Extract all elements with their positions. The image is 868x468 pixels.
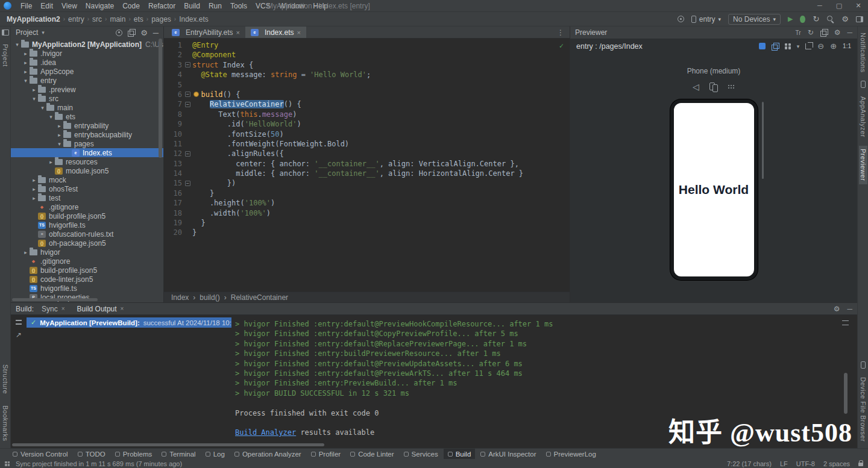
export-icon[interactable]: ↗	[16, 331, 22, 339]
code-line[interactable]: 6− build() {	[164, 90, 570, 99]
zoom-out-icon[interactable]: ⊖	[817, 42, 824, 51]
fold-icon[interactable]: −	[185, 181, 190, 186]
module-selector[interactable]: entry ▾	[691, 15, 721, 23]
code-line[interactable]: 18 .width('100%')	[164, 208, 570, 218]
toolwindow-previewer[interactable]: Previewer	[859, 146, 867, 184]
fold-icon[interactable]: −	[185, 92, 190, 97]
device-frame-icon[interactable]	[759, 43, 766, 49]
breadcrumb-item[interactable]: main	[108, 15, 127, 23]
tab-options-icon[interactable]: ⋮	[552, 27, 570, 38]
tree-item[interactable]: ▸ohosTest	[11, 184, 163, 193]
code-line[interactable]: 13 center: { anchor: '__container__', al…	[164, 159, 570, 169]
more-options-icon[interactable]	[728, 85, 735, 89]
tree-item[interactable]: ▸test	[11, 193, 163, 202]
project-panel-title[interactable]: Project	[16, 28, 38, 37]
tree-item[interactable]: ▸resources	[11, 157, 163, 166]
settings-gear-icon[interactable]: ⚙	[140, 29, 148, 37]
editor-breadcrumb-item[interactable]: RelativeContainer	[231, 293, 288, 302]
toolwindow-button-problems[interactable]: Problems	[111, 449, 157, 459]
tree-item[interactable]: ▾entry	[11, 76, 163, 85]
tree-chevron-icon[interactable]: ▸	[30, 186, 38, 192]
minimize-button[interactable]: ─	[810, 0, 829, 11]
target-icon[interactable]	[678, 16, 684, 22]
build-tree-item[interactable]: ✓ MyApplication [PreviewBuild]: successf…	[27, 317, 231, 328]
tree-chevron-icon[interactable]: ▸	[22, 60, 30, 66]
toolwindow-device-file-browser[interactable]: Device File Browser	[859, 374, 867, 445]
close-icon[interactable]: ×	[297, 29, 301, 36]
close-icon[interactable]: ×	[121, 305, 124, 312]
toolwindow-button-build[interactable]: Build	[444, 449, 476, 459]
refresh-icon[interactable]: ↻	[808, 28, 814, 37]
tree-item[interactable]: ▸entrybackupability	[11, 130, 163, 139]
build-analyzer-link[interactable]: Build Analyzer	[235, 428, 296, 437]
code-line[interactable]: 11 .fontWeight(FontWeight.Bold)	[164, 139, 570, 149]
close-button[interactable]: ✕	[849, 0, 868, 11]
menu-run[interactable]: Run	[204, 1, 226, 11]
toolwindow-button-terminal[interactable]: Terminal	[157, 449, 200, 459]
toolwindow-button-profiler[interactable]: Profiler	[307, 449, 345, 459]
menu-refactor[interactable]: Refactor	[144, 1, 180, 11]
code-line[interactable]: 19 }	[164, 218, 570, 228]
code-line[interactable]: 14 middle: { anchor: '__container__', al…	[164, 169, 570, 178]
search-icon[interactable]	[826, 15, 834, 23]
rotate-icon[interactable]: ◁	[693, 82, 699, 92]
readonly-lock-icon[interactable]	[858, 463, 863, 466]
zoom-ratio-label[interactable]: 1:1	[843, 43, 851, 49]
code-editor[interactable]: ✓ 1@Entry2@Component3−struct Index {4 @S…	[164, 39, 570, 292]
tree-item[interactable]: ▸.idea	[11, 58, 163, 67]
toolwindow-button-arkui-inspector[interactable]: ArkUI Inspector	[476, 449, 540, 459]
console-scrollbar-vertical[interactable]	[844, 373, 848, 414]
toolwindow-appanalyzer[interactable]: AppAnalyzer	[859, 93, 867, 140]
device-file-browser-icon[interactable]	[861, 361, 866, 369]
tree-chevron-icon[interactable]: ▾	[39, 105, 46, 111]
code-line[interactable]: 10 .fontSize(50)	[164, 129, 570, 139]
tree-chevron-icon[interactable]: ▾	[47, 114, 55, 120]
chevron-down-icon[interactable]: ▾	[42, 30, 45, 36]
tree-item[interactable]: {}module.json5	[11, 166, 163, 175]
toolwindow-switcher-icon[interactable]	[5, 461, 10, 466]
menu-view[interactable]: View	[57, 1, 81, 11]
code-line[interactable]: 12− .alignRules({	[164, 149, 570, 158]
code-line[interactable]: 2@Component	[164, 50, 570, 60]
tree-chevron-icon[interactable]: ▸	[30, 177, 38, 183]
tree-chevron-icon[interactable]: ▸	[47, 159, 55, 165]
tree-item[interactable]: {}build-profile.json5	[11, 266, 163, 275]
filter-icon[interactable]	[16, 320, 22, 325]
project-scrollbar-vertical[interactable]	[159, 39, 162, 158]
tree-item[interactable]: ◆.gitignore	[11, 202, 163, 211]
code-line[interactable]: 5	[164, 80, 570, 90]
toolwindow-button-version-control[interactable]: Version Control	[8, 449, 72, 459]
tree-chevron-icon[interactable]: ▾	[55, 141, 63, 147]
tree-item[interactable]: ▸AppScope	[11, 67, 163, 76]
tree-chevron-icon[interactable]: ▸	[30, 87, 38, 93]
code-line[interactable]: 17 .height('100%')	[164, 198, 570, 208]
code-line[interactable]: 20}	[164, 228, 570, 237]
toolwindow-button-log[interactable]: Log	[201, 449, 229, 459]
breadcrumb-item[interactable]: ets	[132, 15, 145, 23]
breadcrumb-item[interactable]: MyApplication2	[5, 15, 62, 23]
tree-item[interactable]: ≡obfuscation-rules.txt	[11, 229, 163, 239]
settings-gear-icon[interactable]: ⚙	[834, 305, 840, 313]
code-line[interactable]: 3−struct Index {	[164, 60, 570, 70]
app-analyzer-icon[interactable]	[861, 81, 866, 88]
tab-index[interactable]: e Index.ets ×	[245, 27, 306, 38]
tree-item[interactable]: ◆.gitignore	[11, 257, 163, 266]
toolwindow-button-services[interactable]: Services	[400, 449, 442, 459]
device-selector[interactable]: No Devices ▾	[728, 14, 781, 25]
encoding[interactable]: UTF-8	[796, 460, 815, 467]
console-scrollbar-horizontal[interactable]	[12, 443, 324, 446]
fold-icon[interactable]: −	[185, 102, 190, 107]
code-line[interactable]: 4 @State message: string = 'Hello World'…	[164, 70, 570, 80]
code-line[interactable]: 1@Entry	[164, 40, 570, 50]
soft-wrap-icon[interactable]	[842, 320, 849, 325]
hide-panel-icon[interactable]: ─	[153, 29, 159, 37]
tree-item[interactable]: ▸mock	[11, 175, 163, 184]
tree-chevron-icon[interactable]: ▸	[22, 51, 30, 57]
rerun-icon[interactable]: ↻	[813, 15, 819, 23]
toolwindow-button-operation-analyzer[interactable]: Operation Analyzer	[230, 449, 306, 459]
close-icon[interactable]: ×	[236, 29, 239, 36]
tree-item[interactable]: ▸entryability	[11, 121, 163, 130]
toolwindow-notifications[interactable]: Notifications	[859, 30, 867, 75]
collapse-all-icon[interactable]	[128, 29, 135, 36]
fold-icon[interactable]: −	[185, 151, 190, 157]
